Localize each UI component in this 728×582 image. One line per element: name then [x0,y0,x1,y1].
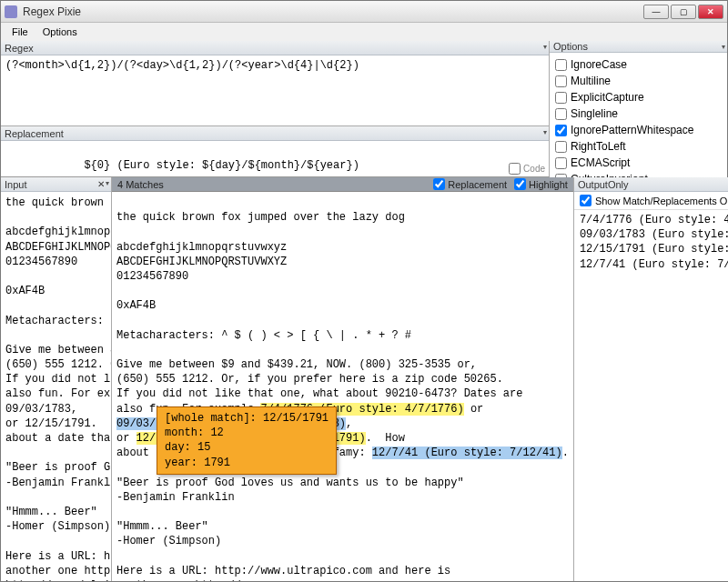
menubar: File Options [1,23,727,41]
top-row: Regex ▾ (?<month>\d{1,2})/(?<day>\d{1,2}… [1,41,727,177]
highlight-toggle[interactable]: Highlight [514,178,568,190]
dropdown-icon[interactable]: ▾ [543,43,547,51]
option-checkbox[interactable] [555,59,567,71]
input-panel-header[interactable]: Input ✕ ▾ [1,177,111,192]
option-checkbox[interactable] [555,141,567,153]
option-label: ExplicitCapture [571,89,644,105]
menu-options[interactable]: Options [35,25,85,39]
show-only-label: Show Match/Replacements Only [595,196,728,206]
menu-file[interactable]: File [5,25,35,39]
option-label: Multiline [571,73,611,89]
replacement-toggle[interactable]: Replacement [433,178,507,190]
output-panel: OutputOnly ▾ Show Match/Replacements Onl… [574,177,728,581]
mid-row: Input ✕ ▾ the quick brown fo abcdefghijk… [1,177,727,581]
option-singleline[interactable]: Singleline [555,105,722,122]
dropdown-icon[interactable]: ▾ [722,43,725,51]
match-tooltip: [whole match]: 12/15/1791 month: 12 day:… [157,406,337,475]
close-button[interactable]: ✕ [698,5,723,19]
option-label: IgnorePatternWhitespace [571,122,693,138]
dropdown-icon[interactable]: ▾ [543,128,547,136]
minimize-button[interactable]: — [643,5,669,19]
option-checkbox[interactable] [555,108,567,120]
clear-input-icon[interactable]: ✕ [97,179,105,189]
replacement-panel-header[interactable]: Replacement ▾ [1,126,549,141]
option-righttoleft[interactable]: RightToLeft [555,138,722,155]
option-multiline[interactable]: Multiline [555,73,722,89]
options-panel-header[interactable]: Options ▾ [550,41,727,53]
option-checkbox[interactable] [555,125,567,136]
regex-panel-title: Regex [5,43,34,54]
input-panel-title: Input [5,179,26,190]
input-textarea[interactable]: the quick brown fo abcdefghijklmnopqr AB… [1,192,111,581]
titlebar[interactable]: Regex Pixie — ▢ ✕ [1,1,727,23]
output-show-only-row[interactable]: Show Match/Replacements Only [574,192,728,210]
option-label: RightToLeft [571,138,626,155]
output-panel-header[interactable]: OutputOnly ▾ [574,177,728,192]
output-panel-title: OutputOnly [578,179,629,190]
option-label: Singleline [571,105,618,122]
replacement-checkbox[interactable] [433,178,445,190]
option-label: IgnoreCase [571,56,627,73]
options-list: IgnoreCaseMultilineExplicitCaptureSingle… [550,53,727,191]
regex-input[interactable]: (?<month>\d{1,2})/(?<day>\d{1,2})/(?<yea… [1,55,549,125]
replacement-input[interactable]: ${0} (Euro style: ${day}/${month}/${year… [1,141,549,176]
content-area: Regex ▾ (?<month>\d{1,2})/(?<day>\d{1,2}… [1,41,727,581]
replacement-panel-title: Replacement [5,128,64,139]
option-checkbox[interactable] [555,92,567,104]
match-highlight[interactable]: 12/7/41 (Euro style: 7/12/41) [372,447,562,459]
regex-panel-header[interactable]: Regex ▾ [1,41,549,55]
options-panel: Options ▾ IgnoreCaseMultilineExplicitCap… [550,41,727,176]
matches-panel-header: 4 Matches Replacement Highlight [112,177,573,192]
matches-panel: 4 Matches Replacement Highlight the quic… [112,177,574,581]
regex-panel: Regex ▾ (?<month>\d{1,2})/(?<day>\d{1,2}… [1,41,549,125]
output-text[interactable]: 7/4/1776 (Euro style: 4/7/1776) 09/03/17… [574,210,728,581]
highlight-checkbox[interactable] [514,178,526,190]
option-explicitcapture[interactable]: ExplicitCapture [555,89,722,105]
option-ignorepatternwhitespace[interactable]: IgnorePatternWhitespace [555,122,722,138]
window-title: Regex Pixie [23,5,643,18]
replacement-panel: Replacement ▾ ${0} (Euro style: ${day}/$… [1,125,549,176]
option-checkbox[interactable] [555,157,567,169]
input-panel: Input ✕ ▾ the quick brown fo abcdefghijk… [1,177,112,581]
code-checkbox-label: Code [523,164,545,174]
option-ignorecase[interactable]: IgnoreCase [555,56,722,73]
match-count-label: 4 Matches [117,179,164,190]
app-icon [5,5,17,18]
matches-view[interactable]: the quick brown fox jumped over the lazy… [112,192,573,581]
options-panel-title: Options [553,41,588,52]
option-checkbox[interactable] [555,75,567,87]
option-label: ECMAScript [571,155,630,171]
regex-column: Regex ▾ (?<month>\d{1,2})/(?<day>\d{1,2}… [1,41,550,176]
code-checkbox[interactable] [509,163,521,175]
maximize-button[interactable]: ▢ [671,5,696,19]
show-only-checkbox[interactable] [580,195,592,206]
window-controls: — ▢ ✕ [643,5,723,19]
dropdown-icon[interactable]: ▾ [106,179,109,187]
code-checkbox-row[interactable]: Code [509,163,545,175]
option-ecmascript[interactable]: ECMAScript [555,155,722,171]
app-window: Regex Pixie — ▢ ✕ File Options Regex ▾ (… [0,0,728,582]
